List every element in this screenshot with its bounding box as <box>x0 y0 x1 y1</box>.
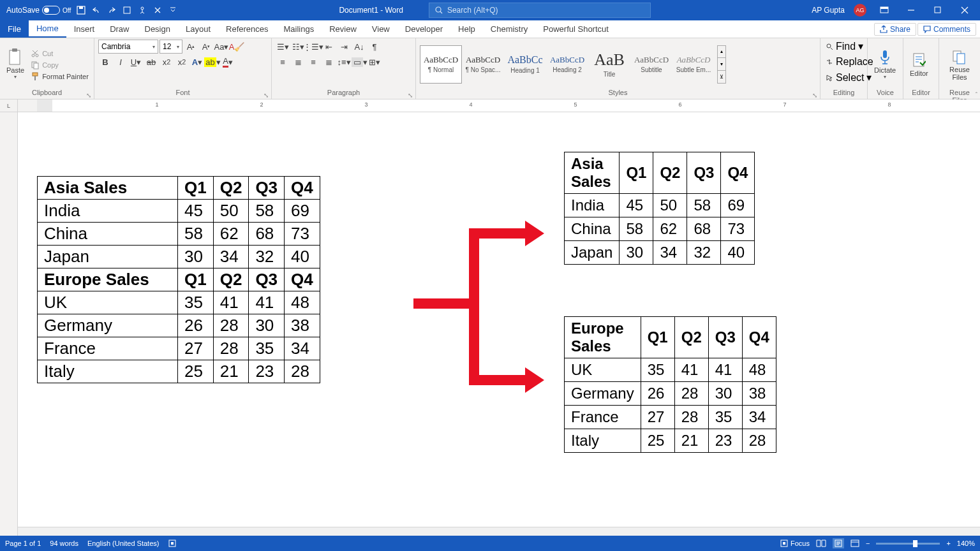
style-item[interactable]: AaBTitle <box>588 45 630 84</box>
ribbon-display-icon[interactable] <box>875 1 893 19</box>
bullets-icon[interactable]: ☰▾ <box>276 40 290 54</box>
format-painter-button[interactable]: Format Painter <box>29 71 90 82</box>
comments-button[interactable]: Comments <box>917 23 976 36</box>
tab-chemistry[interactable]: Chemistry <box>483 20 536 38</box>
share-button[interactable]: Share <box>874 23 916 36</box>
tab-shortcut[interactable]: Powerful Shortcut <box>535 20 616 38</box>
qat-close-icon[interactable] <box>152 5 163 15</box>
table-row[interactable]: France27283534 <box>38 337 320 360</box>
italic-button[interactable]: I <box>114 55 128 69</box>
grow-font-icon[interactable]: A▴ <box>184 40 198 54</box>
align-center-icon[interactable]: ≣ <box>291 55 305 69</box>
table-row[interactable]: Germany26283038 <box>565 382 776 406</box>
tab-references[interactable]: References <box>218 20 276 38</box>
close-icon[interactable] <box>956 1 974 19</box>
clear-format-icon[interactable]: A🧹 <box>230 40 244 54</box>
qat-icon-1[interactable] <box>122 5 132 15</box>
select-button[interactable]: Select▾ <box>824 71 873 84</box>
gallery-down-icon[interactable]: ▾ <box>718 58 725 71</box>
paste-button[interactable]: Paste ▾ <box>4 47 27 81</box>
style-item[interactable]: AaBbCcDHeading 2 <box>546 45 588 84</box>
qat-icon-2[interactable] <box>137 5 147 15</box>
focus-mode[interactable]: Focus <box>780 540 810 547</box>
user-avatar[interactable]: AG <box>854 4 866 17</box>
word-count[interactable]: 94 words <box>50 540 78 547</box>
table-row[interactable]: India45505869 <box>565 194 755 217</box>
shrink-font-icon[interactable]: A▾ <box>199 40 213 54</box>
macro-icon[interactable] <box>168 539 177 548</box>
strikethrough-button[interactable]: ab <box>144 55 158 69</box>
sort-icon[interactable]: A↓ <box>352 40 366 54</box>
page-status[interactable]: Page 1 of 1 <box>5 540 41 547</box>
copy-button[interactable]: Copy <box>29 60 90 70</box>
europe-sales-table[interactable]: Europe SalesQ1Q2Q3Q4UK35414148Germany262… <box>564 316 776 453</box>
language-status[interactable]: English (United States) <box>87 540 160 547</box>
table-row[interactable]: Italy25212328 <box>565 429 776 453</box>
launcher-icon[interactable]: ⤡ <box>264 92 269 99</box>
redo-icon[interactable] <box>107 5 117 15</box>
tab-help[interactable]: Help <box>450 20 483 38</box>
shading-icon[interactable]: ▭▾ <box>352 55 366 69</box>
web-layout-icon[interactable] <box>850 540 859 547</box>
table-row[interactable]: France27283534 <box>565 406 776 429</box>
launcher-icon[interactable]: ⤡ <box>408 92 413 99</box>
zoom-in-icon[interactable]: + <box>946 540 950 547</box>
cut-button[interactable]: Cut <box>29 48 90 59</box>
horizontal-scrollbar[interactable] <box>18 527 980 536</box>
print-layout-icon[interactable] <box>833 538 844 548</box>
highlight-icon[interactable]: ab▾ <box>205 55 219 69</box>
tab-review[interactable]: Review <box>322 20 364 38</box>
table-row[interactable]: Germany26283038 <box>38 314 320 337</box>
style-item[interactable]: AaBbCcD¶ Normal <box>420 45 462 84</box>
tab-home[interactable]: Home <box>29 20 66 38</box>
tab-layout[interactable]: Layout <box>178 20 218 38</box>
superscript-button[interactable]: x2 <box>175 55 189 69</box>
autosave-toggle[interactable]: AutoSave Off <box>6 6 71 15</box>
table-row[interactable]: Japan30343240 <box>565 241 755 265</box>
save-icon[interactable] <box>76 5 86 15</box>
tab-file[interactable]: File <box>0 20 29 38</box>
dictate-button[interactable]: Dictate▾ <box>872 47 898 81</box>
bold-button[interactable]: B <box>98 55 112 69</box>
read-mode-icon[interactable] <box>816 540 826 547</box>
align-right-icon[interactable]: ≡ <box>306 55 320 69</box>
table-row[interactable]: Italy25212328 <box>38 360 320 383</box>
vertical-ruler[interactable] <box>0 112 18 536</box>
font-name-select[interactable]: Cambria▾ <box>98 40 158 54</box>
combined-sales-table[interactable]: Asia SalesQ1Q2Q3Q4India45505869China5862… <box>37 176 320 383</box>
qat-customize-icon[interactable] <box>168 5 178 15</box>
editor-button[interactable]: Editor <box>907 50 931 78</box>
reuse-files-button[interactable]: Reuse Files <box>943 47 976 82</box>
page[interactable]: Asia SalesQ1Q2Q3Q4India45505869China5862… <box>18 112 980 536</box>
font-color-icon[interactable]: A▾ <box>221 55 235 69</box>
increase-indent-icon[interactable]: ⇥ <box>337 40 351 54</box>
launcher-icon[interactable]: ⤡ <box>86 92 91 99</box>
gallery-expand-icon[interactable]: ⊻ <box>718 71 725 83</box>
zoom-out-icon[interactable]: − <box>866 540 870 547</box>
horizontal-ruler[interactable]: 123456789 <box>18 99 980 112</box>
table-row[interactable]: China58626873 <box>38 223 320 246</box>
text-effects-icon[interactable]: A▾ <box>190 55 204 69</box>
show-marks-icon[interactable]: ¶ <box>368 40 382 54</box>
decrease-indent-icon[interactable]: ⇤ <box>322 40 336 54</box>
line-spacing-icon[interactable]: ↕≡▾ <box>337 55 351 69</box>
table-row[interactable]: India45505869 <box>38 200 320 223</box>
minimize-icon[interactable] <box>902 1 920 19</box>
tab-design[interactable]: Design <box>137 20 178 38</box>
undo-icon[interactable] <box>91 5 101 15</box>
tab-developer[interactable]: Developer <box>397 20 450 38</box>
table-row[interactable]: Japan30343240 <box>38 246 320 268</box>
table-row[interactable]: UK35414148 <box>565 358 776 382</box>
maximize-icon[interactable] <box>929 1 947 19</box>
style-item[interactable]: AaBbCcD¶ No Spac... <box>462 45 504 84</box>
launcher-icon[interactable]: ⤡ <box>812 92 817 99</box>
style-item[interactable]: AaBbCcDSubtitle <box>630 45 672 84</box>
replace-button[interactable]: Replace <box>824 55 875 68</box>
search-box[interactable]: Search (Alt+Q) <box>429 3 651 18</box>
gallery-up-icon[interactable]: ▴ <box>718 46 725 59</box>
zoom-level[interactable]: 140% <box>957 540 975 547</box>
borders-icon[interactable]: ⊞▾ <box>368 55 382 69</box>
zoom-slider[interactable] <box>876 543 940 545</box>
tab-draw[interactable]: Draw <box>102 20 137 38</box>
table-row[interactable]: China58626873 <box>565 217 755 241</box>
